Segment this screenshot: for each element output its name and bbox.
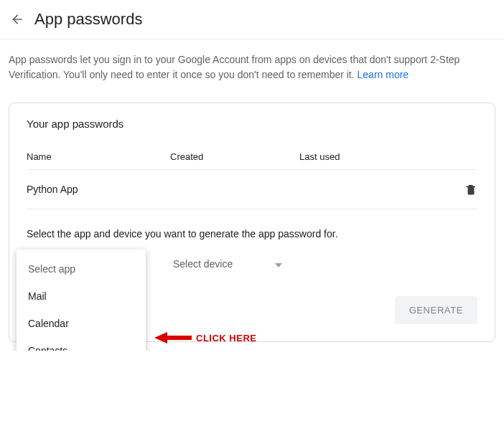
dropdown-placeholder: Select app xyxy=(17,255,146,283)
column-name: Name xyxy=(27,151,170,162)
table-row: Python App xyxy=(27,170,477,209)
learn-more-link[interactable]: Learn more xyxy=(358,69,409,80)
column-created: Created xyxy=(170,151,299,162)
chevron-down-icon xyxy=(261,258,282,270)
generate-button[interactable]: GENERATE xyxy=(395,296,477,324)
arrow-left-icon xyxy=(154,331,192,345)
column-last-used: Last used xyxy=(299,151,449,162)
annotation: CLICK HERE xyxy=(154,331,256,345)
select-app-menu: Select app Mail Calendar Contacts YouTub… xyxy=(17,250,146,351)
dropdown-item-calendar[interactable]: Calendar xyxy=(17,310,146,337)
row-name: Python App xyxy=(27,184,170,195)
select-device-dropdown[interactable]: Select device xyxy=(170,254,285,274)
card-heading: Your app passwords xyxy=(27,118,477,130)
dropdown-item-contacts[interactable]: Contacts xyxy=(17,337,146,351)
annotation-text: CLICK HERE xyxy=(196,333,256,344)
dropdown-item-mail[interactable]: Mail xyxy=(17,283,146,310)
page-description: App passwords let you sign in to your Go… xyxy=(0,39,504,90)
delete-icon[interactable] xyxy=(449,183,477,196)
back-arrow-icon[interactable] xyxy=(9,11,26,28)
page-title: App passwords xyxy=(34,10,142,29)
table-header: Name Created Last used xyxy=(27,151,477,170)
app-passwords-card: Your app passwords Name Created Last use… xyxy=(9,103,495,342)
select-instruction: Select the app and device you want to ge… xyxy=(27,228,477,240)
select-device-label: Select device xyxy=(173,258,233,270)
